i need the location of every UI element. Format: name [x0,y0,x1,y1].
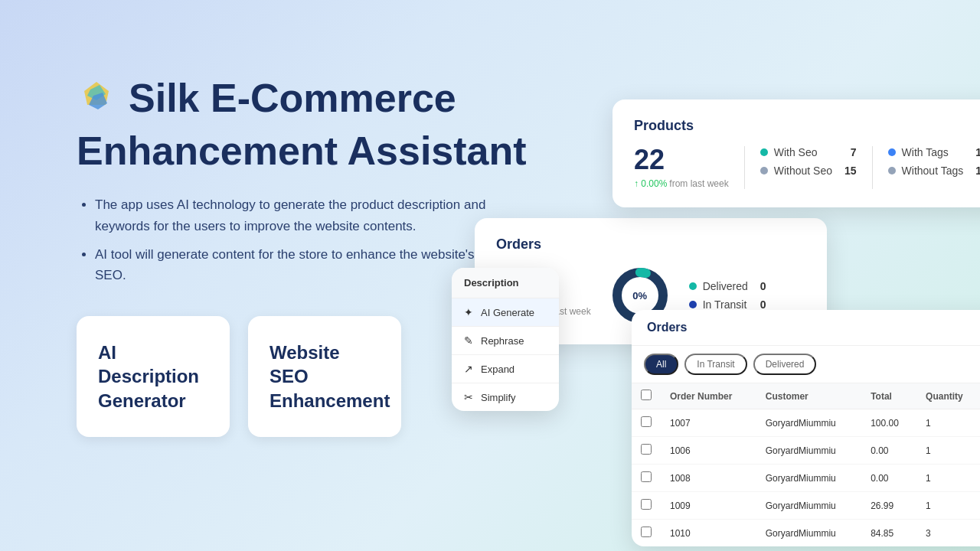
without-seo-dot [760,167,768,174]
ai-description-card[interactable]: AI Description Generator [77,316,230,437]
header-total: Total [861,383,916,409]
orders-card-title: Orders [496,236,805,253]
description-menu-card: Description ✦ AI Generate ✎ Rephrase ↗ E… [452,268,559,411]
row-checkbox-cell [632,437,661,465]
cell-total: 0.00 [861,465,916,492]
rephrase-menu-item[interactable]: ✎ Rephrase [452,327,559,355]
products-card-title: Products [634,118,980,134]
cell-total: 100.00 [861,409,916,437]
without-tags-row: Without Tags 1 [888,165,980,177]
header-quantity: Quantity [916,383,980,409]
without-seo-row: Without Seo 15 [760,165,857,177]
products-card: Products 22 ↑ 0.00% from last week With … [612,99,980,207]
logo-icon [77,79,116,119]
in-transit-value: 0 [754,298,766,311]
without-seo-label: Without Seo [774,165,832,177]
table-row: 1010 GoryardMiummiu 84.85 3 [632,520,980,547]
without-tags-label: Without Tags [902,165,964,177]
header-order-number: Order Number [661,383,756,409]
cell-total: 0.00 [861,437,916,465]
row-select-checkbox[interactable] [641,527,652,537]
cell-total: 26.99 [861,492,916,520]
ai-generate-menu-item[interactable]: ✦ AI Generate [452,298,559,327]
table-row: 1009 GoryardMiummiu 26.99 1 [632,492,980,520]
filter-tabs: All In Transit Delivered [632,346,980,383]
cell-order-number: 1009 [661,492,756,520]
expand-menu-item[interactable]: ↗ Expand [452,355,559,383]
products-main-stat: 22 ↑ 0.00% from last week [634,146,729,189]
right-panels: Products 22 ↑ 0.00% from last week With … [612,99,980,207]
row-checkbox-cell [632,492,661,520]
select-all-checkbox[interactable] [641,390,652,400]
row-select-checkbox[interactable] [641,499,652,510]
with-seo-value: 7 [844,146,857,158]
expand-icon: ↗ [464,363,473,375]
cell-customer: GoryardMiummiu [756,437,861,465]
brand-header: Silk E-Commerce [77,77,536,120]
with-tags-label: With Tags [902,146,964,158]
cell-quantity: 1 [916,492,980,520]
table-row: 1008 GoryardMiummiu 0.00 1 [632,465,980,492]
row-checkbox-cell [632,520,661,547]
expand-label: Expand [481,364,514,375]
without-tags-value: 1 [969,165,980,177]
filter-in-transit[interactable]: In Transit [684,354,746,375]
website-seo-title: Website SEO Enhancement [270,341,380,412]
ai-generate-label: AI Generate [481,307,534,318]
with-seo-label: With Seo [774,146,838,158]
products-stats: 22 ↑ 0.00% from last week With Seo 7 Wit… [634,146,980,189]
delivered-value: 0 [754,280,766,292]
orders-table-panel: Orders All In Transit Delivered Order Nu… [632,310,980,546]
website-seo-card[interactable]: Website SEO Enhancement [248,316,401,437]
description-menu-header: Description [452,268,559,298]
simplify-icon: ✂ [464,391,473,403]
header-customer: Customer [756,383,861,409]
seo-stats: With Seo 7 Without Seo 15 [760,146,857,177]
cell-customer: GoryardMiummiu [756,520,861,547]
stat-divider-2 [872,146,873,189]
with-seo-row: With Seo 7 [760,146,857,158]
delivery-stats: Delivered 0 In Transit 0 [689,280,766,311]
cell-quantity: 1 [916,465,980,492]
rephrase-icon: ✎ [464,334,473,347]
without-seo-value: 15 [838,165,857,177]
row-select-checkbox[interactable] [641,444,652,455]
row-checkbox-cell [632,465,661,492]
tags-stats: With Tags 1 Without Tags 1 [888,146,980,177]
ai-description-title: AI Description Generator [98,341,208,412]
bullet-1: The app uses AI technology to generate t… [95,194,493,236]
cell-customer: GoryardMiummiu [756,492,861,520]
with-seo-dot [760,148,768,156]
table-row: 1007 GoryardMiummiu 100.00 1 [632,409,980,437]
delivered-dot [689,282,697,290]
cell-total: 84.85 [861,520,916,547]
products-total: 22 [634,146,729,174]
orders-table-title: Orders [632,310,980,346]
in-transit-label: In Transit [703,298,748,311]
row-select-checkbox[interactable] [641,416,652,427]
filter-delivered[interactable]: Delivered [753,354,817,375]
table-row: 1006 GoryardMiummiu 0.00 1 [632,437,980,465]
cell-order-number: 1007 [661,409,756,437]
cell-order-number: 1006 [661,437,756,465]
brand-title-line1: Silk E-Commerce [129,77,456,120]
cell-customer: GoryardMiummiu [756,409,861,437]
bullet-2: AI tool will generate content for the st… [95,244,493,285]
products-change: ↑ 0.00% from last week [634,178,729,189]
cell-order-number: 1008 [661,465,756,492]
filter-all[interactable]: All [644,354,678,375]
simplify-label: Simplify [481,392,516,403]
without-tags-dot [888,167,896,174]
cell-order-number: 1010 [661,520,756,547]
cell-customer: GoryardMiummiu [756,465,861,492]
in-transit-dot [689,301,697,308]
rephrase-label: Rephrase [481,335,524,347]
with-tags-value: 1 [969,146,980,158]
row-checkbox-cell [632,409,661,437]
simplify-menu-item[interactable]: ✂ Simplify [452,383,559,411]
delivered-label: Delivered [703,280,748,292]
row-select-checkbox[interactable] [641,471,652,482]
cell-quantity: 3 [916,520,980,547]
with-tags-dot [888,148,896,156]
cell-quantity: 1 [916,409,980,437]
